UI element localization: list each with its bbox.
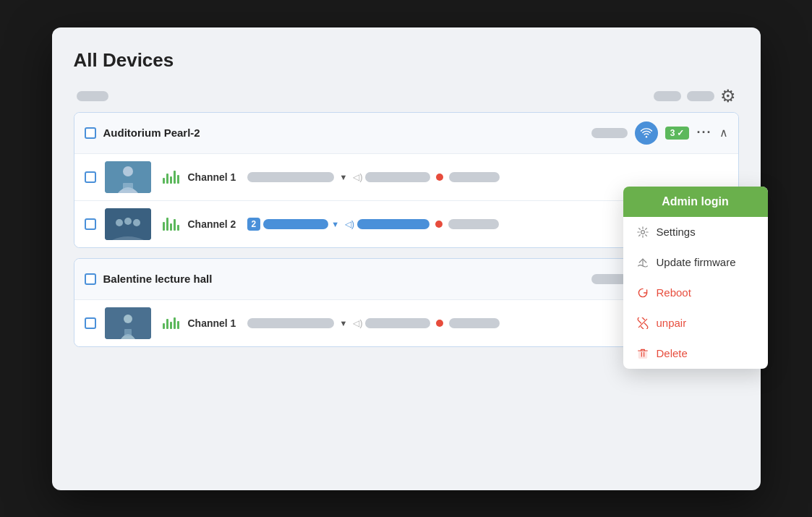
channel-name-1-1: Channel 1 — [188, 171, 239, 183]
rec-pill-1-2 — [448, 219, 499, 229]
rec-pill-1-1 — [449, 172, 500, 182]
dropdown-arrow-2-1[interactable]: ▼ — [340, 319, 348, 328]
rec-dot-2-1 — [436, 320, 443, 327]
channel-name-2-1: Channel 1 — [188, 317, 239, 329]
audio-icon-1-1: ◁) — [353, 172, 362, 182]
collapse-btn-1[interactable]: ∧ — [719, 126, 728, 140]
level-bars-1-2 — [163, 218, 179, 231]
audio-bar-group-1-2: ◁) — [345, 219, 429, 229]
channel-thumb-1-1 — [105, 161, 151, 193]
level-bars-2-1 — [163, 317, 179, 329]
svg-point-5 — [124, 218, 132, 225]
select-pill-2-1[interactable] — [247, 318, 334, 328]
svg-point-6 — [133, 219, 140, 226]
toolbar-pill-2 — [687, 91, 714, 101]
status-pill-2 — [591, 274, 628, 284]
device-header-1: Auditorium Pearl-2 3 ✓ ··· ∧ — [74, 113, 738, 153]
device-actions-1: 3 ✓ ··· ∧ — [591, 121, 728, 145]
channel-checkbox-2-1[interactable] — [85, 317, 96, 329]
svg-point-1 — [123, 166, 133, 176]
select-active-1-2[interactable] — [263, 219, 328, 229]
svg-point-4 — [116, 219, 123, 226]
audio-icon-2-1: ◁) — [353, 318, 362, 328]
count-badge-1: 3 ✓ — [665, 127, 690, 140]
reboot-menu-item[interactable]: Reboot — [623, 278, 768, 308]
rec-dot-1-2 — [435, 221, 443, 228]
svg-rect-9 — [124, 329, 132, 336]
toolbar: ⚙ — [74, 86, 739, 106]
device-name-1: Auditorium Pearl-2 — [103, 127, 584, 139]
device-name-2: Balentine lecture hall — [103, 273, 584, 285]
channel-name-1-2: Channel 2 — [188, 218, 239, 230]
context-menu: Admin login Settings Update firmware — [623, 187, 768, 369]
svg-line-11 — [638, 319, 646, 327]
level-bars-1-1 — [163, 171, 179, 184]
audio-bar-1-1 — [365, 172, 430, 182]
svg-point-8 — [124, 315, 132, 323]
select-pill-1-1[interactable] — [247, 172, 334, 182]
channel-controls-1-1: ▼ ◁) — [247, 172, 728, 182]
svg-rect-2 — [123, 183, 133, 190]
channel-thumb-2-1 — [105, 307, 151, 339]
status-pill-1 — [591, 128, 628, 138]
delete-menu-item[interactable]: Delete — [623, 338, 768, 369]
update-firmware-menu-item[interactable]: Update firmware — [623, 247, 768, 278]
channel-checkbox-1-2[interactable] — [85, 218, 96, 230]
channel-checkbox-1-1[interactable] — [85, 171, 96, 183]
wifi-badge-1 — [635, 121, 658, 145]
toolbar-filter-pill — [77, 91, 108, 101]
toolbar-left — [77, 91, 108, 101]
dropdown-arrow-1-1[interactable]: ▼ — [340, 173, 348, 181]
svg-point-10 — [641, 230, 644, 234]
toolbar-right: ⚙ — [654, 86, 736, 106]
channel-thumb-1-2 — [105, 208, 151, 240]
unpair-icon — [636, 317, 649, 330]
num-badge-1-2: 2 — [247, 218, 261, 231]
admin-login-btn[interactable]: Admin login — [623, 187, 768, 217]
update-firmware-icon — [636, 256, 649, 269]
delete-icon — [636, 347, 649, 360]
audio-bar-group-2-1: ◁) — [353, 318, 430, 328]
settings-menu-item[interactable]: Settings — [623, 217, 768, 247]
device-checkbox-1[interactable] — [85, 127, 96, 139]
reboot-icon — [636, 286, 649, 299]
rec-pill-2-1 — [449, 318, 500, 328]
device-checkbox-2[interactable] — [85, 273, 96, 285]
app-window: All Devices ⚙ Auditorium Pearl-2 — [52, 27, 761, 490]
unpair-menu-item[interactable]: unpair — [623, 308, 768, 338]
settings-icon[interactable]: ⚙ — [720, 86, 736, 106]
more-menu-btn-1[interactable]: ··· — [696, 125, 711, 140]
audio-bar-1-2 — [357, 219, 429, 229]
page-title: All Devices — [74, 49, 739, 72]
rec-dot-1-1 — [436, 174, 443, 181]
toolbar-pill-1 — [654, 91, 681, 101]
dropdown-arrow-1-2[interactable]: ▼ — [331, 220, 339, 228]
settings-menu-icon — [636, 226, 649, 239]
audio-bar-2-1 — [365, 318, 430, 328]
audio-bar-group-1-1: ◁) — [353, 172, 430, 182]
audio-icon-1-2: ◁) — [345, 219, 354, 229]
svg-rect-12 — [638, 351, 646, 358]
